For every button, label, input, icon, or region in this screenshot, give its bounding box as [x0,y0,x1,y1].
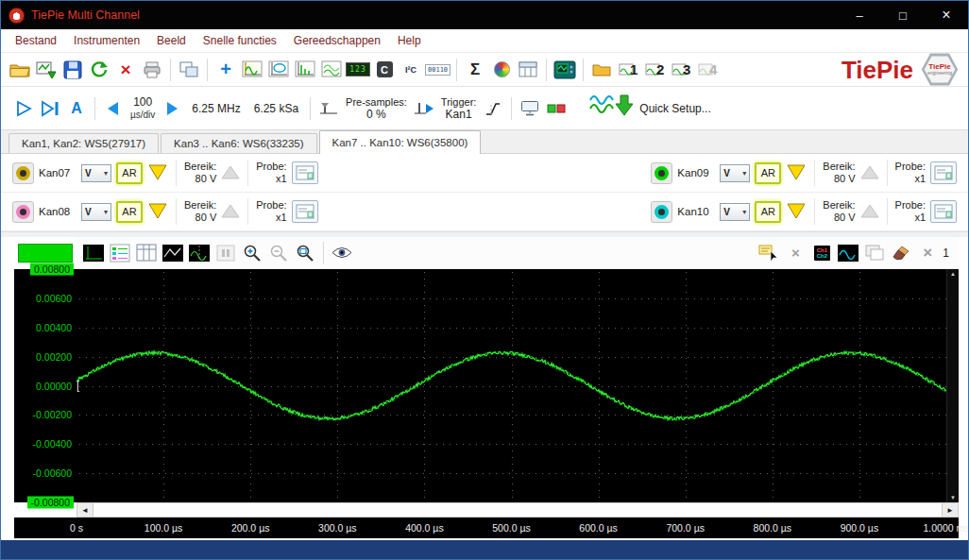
overload-warning-icon [147,202,168,222]
minimize-button[interactable]: – [838,1,881,29]
display-style-button[interactable] [836,242,860,264]
layout-button[interactable] [177,58,201,82]
channel-unit-dropdown[interactable]: V▾ [81,203,111,221]
autorange-button[interactable]: AR [116,162,143,184]
timebase-display[interactable]: 100 µs/div [130,96,155,121]
close-button[interactable]: × [925,1,968,29]
channel-name: Kan07 [39,167,76,178]
timebase-increase-button[interactable] [160,96,184,121]
autorange-button[interactable]: AR [755,201,781,223]
data-table-button[interactable] [516,58,540,82]
maximize-button[interactable]: □ [881,1,925,29]
waterfall-graph-button[interactable] [319,58,344,82]
yt-graph-button[interactable] [240,58,264,82]
instrument-slot-1-button[interactable]: 1 [616,58,640,82]
channel-unit-dropdown[interactable]: V▾ [720,164,750,182]
instrument-slot-2-button[interactable]: 2 [642,58,667,82]
display-select-button[interactable] [518,96,542,121]
cursor-measure-button[interactable] [187,242,212,264]
led-status-icon[interactable] [544,96,569,121]
open-button[interactable] [8,58,32,82]
add-comment-button[interactable] [756,242,781,264]
channel-connector-icon[interactable] [651,201,672,223]
channel-connector-icon[interactable] [651,162,672,184]
scroll-left-icon[interactable]: ◄ [77,503,94,517]
channel-list-button[interactable] [108,242,132,264]
delete-button[interactable]: × [113,58,138,82]
legend-button[interactable]: Ch1Ch2 [809,242,834,264]
autorange-button[interactable]: AR [755,162,781,184]
menu-bestand[interactable]: Bestand [7,34,65,47]
add-graph-button[interactable]: + [213,58,238,82]
instrument-folder-button[interactable] [589,58,614,82]
channel-unit-dropdown[interactable]: V▾ [720,203,750,221]
menu-snelle-functies[interactable]: Snelle functies [195,34,285,47]
probe-display: Probe:x1 [256,161,286,185]
trigger-slope-button[interactable] [481,96,505,121]
sum-button[interactable]: Σ [463,58,487,82]
presamples-slider-icon[interactable] [316,96,341,121]
open-measurement-button[interactable] [34,58,59,82]
close-graph-button[interactable]: × [915,242,940,264]
fft-graph-button[interactable] [293,58,317,82]
instrument-slot-3-button[interactable]: 3 [669,58,693,82]
refresh-button[interactable] [87,58,111,82]
tab-kan3-kan6[interactable]: Kan3 .. Kan6: WS6(33235) [161,133,316,153]
menu-instrumenten[interactable]: Instrumenten [65,34,148,47]
visibility-eye-button[interactable] [330,242,354,264]
presamples-set-button[interactable] [412,96,436,121]
scroll-up-icon[interactable]: ▲ [950,271,956,277]
c-protocol-button[interactable]: C [372,58,397,82]
scrollbar-thumb[interactable] [94,503,942,517]
marker-measure-button[interactable] [161,242,185,264]
meter-button[interactable]: 123 [346,58,370,82]
channel-unit-dropdown[interactable]: V▾ [81,164,111,182]
menu-help[interactable]: Help [389,34,430,47]
channel-connector-icon[interactable] [12,162,34,184]
value-table-button[interactable] [134,242,159,264]
quick-setup-button[interactable]: Quick Setup... [588,92,710,126]
autorange-button[interactable]: AR [116,201,143,223]
zoom-reset-button[interactable] [293,242,317,264]
channel-settings-button[interactable] [930,161,957,184]
x-axis-label: 700.0 µs [666,522,705,534]
axis-settings-button[interactable] [81,242,106,264]
y-axis-label[interactable]: -0.00800 [27,497,74,509]
scroll-right-icon[interactable]: ► [942,503,958,517]
tab-kan7-kan10[interactable]: Kan7 .. Kan10: WS6(35800) [319,130,482,154]
active-channel-color-block[interactable] [18,244,73,263]
menu-beeld[interactable]: Beeld [148,34,195,47]
app-icon[interactable] [8,8,25,24]
y-axis-label: -0.00400 [31,438,74,450]
timebase-decrease-button[interactable] [101,96,126,121]
print-button[interactable] [140,58,164,82]
colors-button[interactable] [489,58,514,82]
channel-settings-button[interactable] [292,200,318,223]
sample-frequency-value[interactable]: 6.25 MHz [192,102,240,115]
y-axis-label[interactable]: 0.00800 [30,263,74,276]
i2c-button[interactable]: I²C [399,58,423,82]
y-axis-label: 0.00600 [34,292,74,304]
tab-kan1-kan2[interactable]: Kan1, Kan2: WS5(27917) [8,133,159,153]
channel-settings-button[interactable] [292,161,318,184]
auto-setup-button[interactable]: A [64,96,89,121]
start-button[interactable] [11,96,36,121]
menu-gereedschappen[interactable]: Gereedschappen [285,34,389,47]
ground-level-marker[interactable]: [ [76,379,79,392]
horizontal-scrollbar[interactable]: ◄ ► [76,502,959,518]
binary-button[interactable]: 00110 [425,58,450,82]
xy-graph-button[interactable] [266,58,291,82]
zoom-in-button[interactable] [240,242,264,264]
channel-settings-button[interactable] [930,200,957,223]
scroll-down-icon[interactable]: ▼ [950,495,956,501]
plot-area[interactable]: [ [76,269,946,502]
trigger-display[interactable]: Trigger: Kan1 [441,96,477,121]
record-length-value[interactable]: 6.25 kSa [254,102,298,115]
style-brush-button[interactable] [889,242,913,264]
save-button[interactable] [60,58,85,82]
presamples-display[interactable]: Pre-samples: 0 % [346,96,407,121]
oneshot-button[interactable] [38,96,62,121]
instrument-display-button[interactable] [552,58,577,82]
vertical-scrollbar[interactable]: ▲ ▼ [946,269,959,502]
channel-connector-icon[interactable] [12,201,34,223]
